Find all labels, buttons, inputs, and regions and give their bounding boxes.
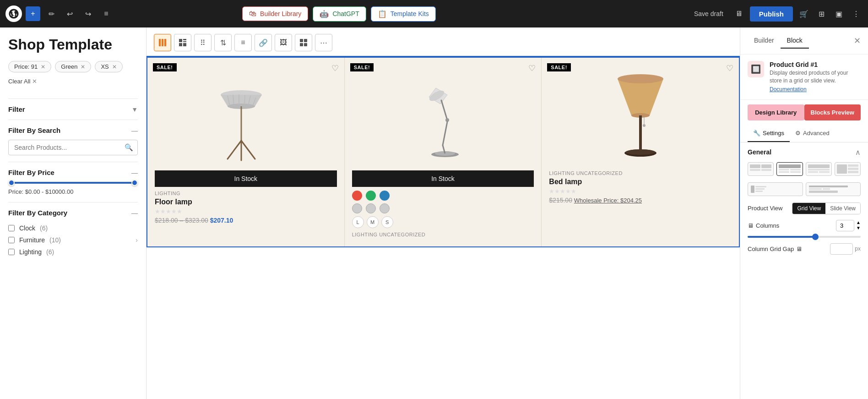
wishlist-btn-2[interactable]: ♡ <box>528 63 536 73</box>
layout-opt-1[interactable] <box>748 162 774 176</box>
cart-icon-button[interactable]: 🛒 <box>797 7 810 20</box>
filter-section-header[interactable]: Filter ▼ <box>8 105 138 113</box>
device-preview-button[interactable]: 🖥 <box>732 7 745 20</box>
share-icon-button[interactable]: ⊞ <box>815 7 828 20</box>
category-lighting[interactable]: Lighting (6) <box>8 246 138 258</box>
variant-swatch-1[interactable] <box>352 203 362 213</box>
columns-down-btn[interactable]: ▼ <box>856 226 861 230</box>
settings-tab-settings[interactable]: 🔧 Settings <box>748 125 790 142</box>
filter-tag-green[interactable]: Green ✕ <box>55 61 91 72</box>
toolbar-layout-btn[interactable] <box>174 34 191 51</box>
toolbar-columns-btn[interactable] <box>154 34 171 51</box>
tab-builder[interactable]: Builder <box>748 33 781 49</box>
category-clock[interactable]: Clock (6) <box>8 222 138 234</box>
gap-input[interactable] <box>830 243 853 255</box>
grid-view-btn[interactable]: Grid View <box>792 203 825 214</box>
toolbar-arrows-btn[interactable]: ⇅ <box>214 34 232 51</box>
general-header[interactable]: General ∧ <box>748 148 861 157</box>
toolbar-table-btn[interactable] <box>295 34 312 51</box>
edit-icon-button[interactable]: ✏ <box>44 6 59 21</box>
clear-all-icon: ✕ <box>32 78 37 85</box>
toolbar-align-btn[interactable]: ≡ <box>234 34 252 51</box>
green-tag-label: Green <box>61 63 77 70</box>
clear-all-button[interactable]: Clear All ✕ <box>8 78 37 85</box>
topbar: + ✏ ↩ ↪ ≡ 🛍 Builder Library 🤖 ChatGPT 📋 … <box>0 0 868 27</box>
columns-up-btn[interactable]: ▲ <box>856 220 861 225</box>
toolbar-more-btn[interactable]: ⋯ <box>315 34 332 51</box>
green-tag-remove[interactable]: ✕ <box>81 64 85 70</box>
toolbar-link-btn[interactable]: 🔗 <box>255 34 272 51</box>
settings-tab-advanced[interactable]: ⚙ Advanced <box>790 125 835 142</box>
columns-slider-thumb[interactable] <box>812 234 819 240</box>
columns-slider[interactable] <box>748 236 861 238</box>
size-swatch-s[interactable]: S <box>381 216 393 228</box>
price-range-label: Price: $0.00 - $10000.00 <box>8 188 73 195</box>
product-name-3: Bed lamp <box>549 178 732 186</box>
filter-category-header[interactable]: Filter By Category — <box>8 209 138 217</box>
in-stock-btn-1[interactable]: In Stock <box>155 170 337 187</box>
range-thumb-max[interactable] <box>131 180 138 186</box>
design-library-button[interactable]: Design Library <box>748 104 804 120</box>
fullscreen-button[interactable]: ▣ <box>832 7 845 20</box>
more-options-button[interactable]: ⋮ <box>850 7 863 20</box>
slide-view-btn[interactable]: Slide View <box>825 203 860 214</box>
in-stock-btn-2[interactable]: In Stock <box>352 170 534 187</box>
add-block-button[interactable]: + <box>26 6 40 21</box>
wishlist-btn-1[interactable]: ♡ <box>331 63 339 73</box>
filter-tag-xs[interactable]: XS ✕ <box>95 61 122 72</box>
category-lighting-count: (6) <box>46 248 54 256</box>
template-kits-button[interactable]: 📋 Template Kits <box>371 6 436 22</box>
variant-swatch-3[interactable] <box>380 203 390 213</box>
layout-opt-2[interactable] <box>776 162 803 176</box>
layout-opt-6[interactable] <box>806 182 861 196</box>
color-swatch-red[interactable] <box>352 191 362 201</box>
menu-button[interactable]: ≡ <box>99 6 114 21</box>
wp-logo[interactable] <box>5 5 22 22</box>
tab-block[interactable]: Block <box>781 33 809 49</box>
divider-2 <box>8 120 138 120</box>
layout-opt-4[interactable] <box>835 162 861 176</box>
toolbar-image-btn[interactable]: 🖼 <box>275 34 292 51</box>
size-swatch-m[interactable]: M <box>367 216 379 228</box>
block-info: 🔲 Product Grid #1 Display desired produc… <box>740 55 868 100</box>
color-swatch-blue[interactable] <box>380 191 390 201</box>
category-furniture-checkbox[interactable] <box>8 237 15 243</box>
layout-opt-5[interactable] <box>748 182 803 196</box>
filter-price-header[interactable]: Filter By Price — <box>8 169 138 176</box>
filter-search-header[interactable]: Filter By Search — <box>8 126 138 134</box>
color-swatches-2 <box>352 191 534 201</box>
builder-library-button[interactable]: 🛍 Builder Library <box>242 6 308 21</box>
category-lighting-name: Lighting <box>19 248 42 256</box>
price-tag-remove[interactable]: ✕ <box>41 64 45 70</box>
range-thumb-min[interactable] <box>8 180 15 186</box>
chatgpt-button[interactable]: 🤖 ChatGPT <box>313 6 366 22</box>
price-range-slider[interactable] <box>8 182 138 184</box>
sale-price-1: $207.10 <box>210 217 233 224</box>
toolbar-drag-btn[interactable]: ⠿ <box>194 34 212 51</box>
block-doc-link[interactable]: Documentation <box>770 86 807 93</box>
variant-swatch-2[interactable] <box>366 203 376 213</box>
publish-button[interactable]: Publish <box>750 6 793 22</box>
color-swatch-green[interactable] <box>366 191 376 201</box>
svg-rect-8 <box>300 39 303 42</box>
filter-search-collapse: — <box>131 127 138 134</box>
layout-opt-3[interactable] <box>806 162 832 176</box>
undo-button[interactable]: ↩ <box>62 6 77 21</box>
xs-tag-remove[interactable]: ✕ <box>112 64 117 70</box>
product-view-label: Product View <box>748 205 782 212</box>
columns-input[interactable] <box>836 220 854 231</box>
redo-button[interactable]: ↪ <box>81 6 95 21</box>
size-swatch-l[interactable]: L <box>352 216 364 228</box>
category-lighting-checkbox[interactable] <box>8 249 15 255</box>
category-furniture[interactable]: Furniture (10) › <box>8 234 138 246</box>
wishlist-btn-3[interactable]: ♡ <box>726 63 733 73</box>
blocks-preview-button[interactable]: Blocks Preview <box>804 104 861 120</box>
price-tag-label: Price: 91 <box>14 63 38 70</box>
filter-tag-price[interactable]: Price: 91 ✕ <box>8 61 51 72</box>
save-draft-button[interactable]: Save draft <box>689 7 728 20</box>
search-input[interactable] <box>8 140 138 155</box>
right-panel-close-button[interactable]: ✕ <box>854 36 861 46</box>
product-stars-3: ★★★★★ <box>549 188 732 195</box>
category-clock-checkbox[interactable] <box>8 225 15 231</box>
wholesale-price-3[interactable]: Wholesale Price: $204.25 <box>574 197 642 204</box>
